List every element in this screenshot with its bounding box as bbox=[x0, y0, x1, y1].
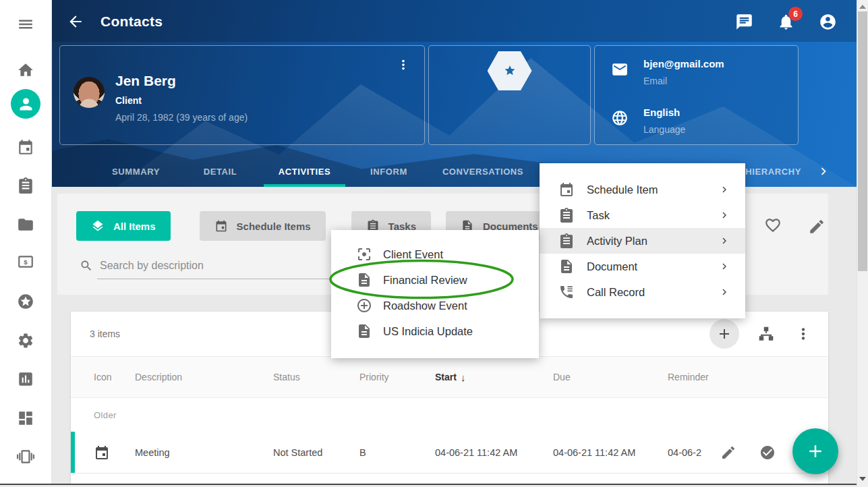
col-description[interactable]: Description bbox=[135, 372, 273, 382]
calendar-icon bbox=[558, 181, 575, 198]
col-icon[interactable]: Icon bbox=[94, 372, 135, 382]
clipboard-icon bbox=[558, 207, 575, 223]
add-fab-button[interactable] bbox=[792, 428, 838, 474]
col-priority[interactable]: Priority bbox=[359, 372, 435, 382]
mail-icon bbox=[611, 61, 629, 78]
submenu-item-client-event[interactable]: Client Event bbox=[331, 241, 539, 267]
plus-circle-icon bbox=[356, 297, 372, 314]
contact-header: Contacts 6 bbox=[52, 0, 857, 187]
layers-icon bbox=[91, 219, 105, 233]
table-column-headers: Icon Description Status Priority Start ↓… bbox=[71, 356, 828, 398]
table-kebab-icon[interactable] bbox=[794, 324, 813, 343]
add-item-icon[interactable] bbox=[710, 319, 739, 349]
chevron-right-icon bbox=[718, 183, 730, 196]
profile-card: Jen Berg Client April 28, 1982 (39 years… bbox=[59, 45, 425, 145]
folder-icon[interactable] bbox=[0, 210, 51, 239]
menu-icon[interactable] bbox=[0, 9, 51, 39]
sidebar-item-contacts[interactable] bbox=[0, 89, 51, 119]
scrollbar[interactable] bbox=[857, 0, 868, 487]
clipboard-icon[interactable] bbox=[0, 171, 51, 200]
chevron-right-icon bbox=[718, 286, 730, 298]
row-edit-pencil-icon[interactable] bbox=[720, 445, 736, 461]
pencil-icon[interactable] bbox=[808, 217, 827, 236]
email-label: Email bbox=[643, 76, 724, 86]
contacts-person-icon bbox=[11, 89, 40, 119]
billing-dollar-icon[interactable]: $ bbox=[0, 247, 51, 277]
menu-item-call-record[interactable]: Call Record bbox=[540, 279, 745, 305]
chevron-right-icon[interactable] bbox=[816, 164, 831, 179]
badge-card bbox=[428, 45, 591, 145]
row-calendar-icon bbox=[94, 445, 135, 461]
tab-hierarchy[interactable]: HIERARCHY bbox=[741, 156, 805, 187]
col-reminder[interactable]: Reminder bbox=[668, 372, 720, 382]
bell-icon[interactable]: 6 bbox=[777, 12, 796, 31]
app-window: $ Cont bbox=[0, 0, 868, 487]
contact-name: Jen Berg bbox=[115, 73, 248, 89]
activity-plan-submenu: Client Event Financial Review Roadshow E… bbox=[331, 230, 539, 358]
appbar: Contacts 6 bbox=[52, 0, 857, 43]
dashboard-icon[interactable] bbox=[0, 403, 51, 433]
notification-badge: 6 bbox=[788, 7, 803, 21]
items-count: 3 items bbox=[90, 328, 120, 339]
calendar-icon[interactable] bbox=[0, 132, 51, 162]
menu-item-schedule-item[interactable]: Schedule Item bbox=[540, 177, 745, 202]
menu-item-activity-plan[interactable]: Activity Plan bbox=[540, 228, 745, 254]
plus-icon bbox=[805, 441, 826, 461]
profile-identity: Jen Berg Client April 28, 1982 (39 years… bbox=[115, 73, 248, 123]
col-start[interactable]: Start ↓ bbox=[435, 372, 553, 383]
tab-summary[interactable]: SUMMARY bbox=[94, 156, 178, 187]
create-activity-menu: Schedule Item Task Activity Plan Documen… bbox=[540, 163, 745, 318]
sidebar: $ bbox=[0, 0, 52, 487]
contact-birthdate: April 28, 1982 (39 years of age) bbox=[115, 112, 248, 123]
back-arrow-icon[interactable] bbox=[67, 12, 86, 31]
page-title: Contacts bbox=[100, 13, 163, 30]
scroll-down-arrow[interactable] bbox=[859, 477, 866, 481]
tab-activities[interactable]: ACTIVITIES bbox=[262, 156, 347, 187]
chevron-right-icon bbox=[718, 235, 730, 247]
profile-cards: Jen Berg Client April 28, 1982 (39 years… bbox=[59, 45, 799, 145]
col-status[interactable]: Status bbox=[273, 372, 359, 382]
col-due[interactable]: Due bbox=[553, 372, 668, 382]
tab-conversations[interactable]: CONVERSATIONS bbox=[431, 156, 535, 187]
document-icon bbox=[558, 258, 575, 275]
document-icon bbox=[356, 323, 372, 339]
settings-gear-icon[interactable] bbox=[0, 326, 51, 355]
bar-chart-icon[interactable] bbox=[0, 364, 51, 394]
email-row: bjen@gmail.com Email bbox=[611, 58, 724, 86]
submenu-item-financial-review[interactable]: Financial Review bbox=[331, 267, 539, 293]
menu-item-document[interactable]: Document bbox=[540, 254, 745, 279]
tab-inform[interactable]: INFORM bbox=[347, 156, 431, 187]
appbar-actions: 6 bbox=[735, 12, 857, 31]
submenu-item-roadshow-event[interactable]: Roadshow Event bbox=[331, 293, 539, 318]
filter-all-items-button[interactable]: All Items bbox=[76, 211, 171, 241]
heart-icon[interactable] bbox=[764, 216, 783, 235]
table-toolbar-actions bbox=[710, 319, 813, 349]
star-circle-icon[interactable] bbox=[0, 287, 51, 316]
contact-info-card: bjen@gmail.com Email English Language bbox=[594, 45, 799, 145]
card-kebab-icon[interactable] bbox=[396, 57, 412, 73]
submenu-item-us-indicia-update[interactable]: US Indicia Update bbox=[331, 318, 539, 344]
language-row: English Language bbox=[611, 107, 685, 135]
clipboard-icon bbox=[558, 233, 575, 249]
hierarchy-tree-icon[interactable] bbox=[757, 324, 776, 343]
row-complete-check-icon[interactable] bbox=[759, 445, 776, 461]
account-circle-icon[interactable] bbox=[819, 12, 838, 31]
table-row[interactable]: Meeting Not Started B 04-06-21 11:42 AM … bbox=[71, 432, 828, 474]
row-reminder: 04-06-2 bbox=[668, 447, 720, 458]
avatar bbox=[74, 77, 105, 108]
scroll-up-arrow[interactable] bbox=[859, 5, 866, 9]
row-status: Not Started bbox=[273, 447, 359, 458]
menu-item-task[interactable]: Task bbox=[540, 202, 745, 228]
center-focus-icon bbox=[356, 246, 372, 262]
tab-detail[interactable]: DETAIL bbox=[178, 156, 262, 187]
home-icon[interactable] bbox=[0, 55, 51, 85]
chat-icon[interactable] bbox=[735, 12, 754, 31]
chevron-right-icon bbox=[718, 260, 730, 273]
filter-schedule-items-button[interactable]: Schedule Items bbox=[200, 211, 326, 241]
chevron-right-icon bbox=[718, 209, 730, 221]
window-bottom-edge bbox=[0, 484, 857, 487]
phone-list-icon bbox=[558, 284, 575, 300]
row-due: 04-06-21 11:42 AM bbox=[553, 447, 668, 458]
vibration-phone-icon[interactable] bbox=[0, 442, 51, 471]
scrollbar-thumb[interactable] bbox=[858, 11, 867, 271]
